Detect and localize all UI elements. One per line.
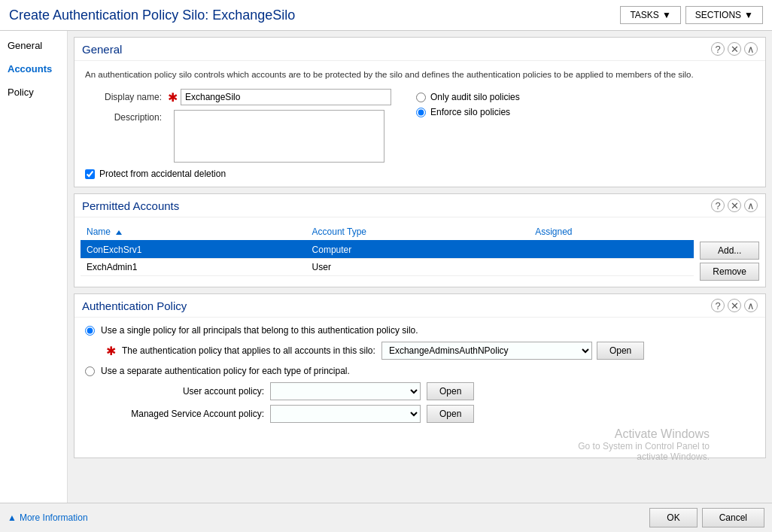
user-policy-row: User account policy: Open xyxy=(106,382,755,400)
sort-arrow-name xyxy=(116,230,122,235)
auth-policy-dropdown-row: ✱ The authentication policy that applies… xyxy=(106,342,755,360)
separate-policy-row: Use a separate authentication policy for… xyxy=(85,366,755,376)
row-name: ConExchSrv1 xyxy=(81,241,306,259)
policy-radio-group: Only audit silo policies Enforce silo po… xyxy=(416,92,755,117)
general-close-button[interactable]: ✕ xyxy=(728,42,741,56)
single-policy-label: Use a single policy for all principals t… xyxy=(101,325,418,336)
bottom-buttons: OK Cancel xyxy=(649,508,764,527)
display-name-label: Display name: xyxy=(85,92,168,102)
sidebar-item-accounts[interactable]: Accounts xyxy=(0,57,67,81)
sidebar-item-policy[interactable]: Policy xyxy=(0,81,67,104)
managed-policy-label: Managed Service Account policy: xyxy=(106,409,264,419)
description-label: Description: xyxy=(85,110,168,123)
single-policy-row: Use a single policy for all principals t… xyxy=(85,325,755,336)
radio-audit[interactable] xyxy=(416,93,426,102)
content-area[interactable]: General ? ✕ ∧ An authentication policy s… xyxy=(68,31,772,503)
radio-enforce[interactable] xyxy=(416,108,426,117)
radio-enforce-row: Enforce silo policies xyxy=(416,107,755,117)
protect-label: Protect from accidental deletion xyxy=(99,169,226,179)
table-row[interactable]: ConExchSrv1 Computer xyxy=(81,241,694,259)
general-section-controls: ? ✕ ∧ xyxy=(711,42,758,56)
general-section-title: General xyxy=(82,43,122,56)
auth-policy-header: Authentication Policy ? ✕ ∧ xyxy=(74,294,765,318)
separate-policy-label: Use a separate authentication policy for… xyxy=(101,366,350,376)
general-section: General ? ✕ ∧ An authentication policy s… xyxy=(74,37,766,187)
cancel-button[interactable]: Cancel xyxy=(702,508,764,527)
row-account-type: User xyxy=(306,259,530,276)
auth-body: Use a single policy for all principals t… xyxy=(74,318,765,458)
permitted-accounts-section: Permitted Accounts ? ✕ ∧ Name xyxy=(74,193,766,287)
sections-button[interactable]: SECTIONS ▼ xyxy=(685,6,763,24)
watermark: Activate Windows Go to System in Control… xyxy=(578,427,710,462)
accounts-help-button[interactable]: ? xyxy=(711,199,725,212)
description-input[interactable] xyxy=(174,110,384,163)
general-left-col: Display name: ✱ Description: Protect fro… xyxy=(85,89,401,179)
col-account-type[interactable]: Account Type xyxy=(306,223,530,241)
sidebar-item-general[interactable]: General xyxy=(0,34,67,57)
auth-policy-dropdown[interactable]: ExchangeAdminsAuthNPolicy xyxy=(381,342,592,360)
description-row: Description: xyxy=(85,110,401,163)
tasks-button[interactable]: TASKS ▼ xyxy=(620,6,680,24)
radio-single-policy[interactable] xyxy=(85,326,95,336)
auth-collapse-button[interactable]: ∧ xyxy=(744,299,758,312)
general-info-text: An authentication policy silo controls w… xyxy=(85,68,755,81)
sidebar: General Accounts Policy xyxy=(0,31,68,503)
sections-dropdown-icon: ▼ xyxy=(744,10,753,20)
accounts-body: Name Account Type Assigned xyxy=(74,217,765,287)
general-collapse-button[interactable]: ∧ xyxy=(744,42,758,56)
tasks-dropdown-icon: ▼ xyxy=(662,10,671,20)
protect-checkbox[interactable] xyxy=(85,169,95,179)
managed-policy-dropdown[interactable] xyxy=(270,405,421,423)
window-title: Create Authentication Policy Silo: Excha… xyxy=(9,8,295,23)
title-bar: Create Authentication Policy Silo: Excha… xyxy=(0,0,772,31)
auth-open-button[interactable]: Open xyxy=(597,342,644,360)
watermark-title: Activate Windows xyxy=(578,427,710,441)
accounts-table: Name Account Type Assigned xyxy=(81,223,694,276)
general-help-button[interactable]: ? xyxy=(711,42,725,56)
permitted-accounts-header: Permitted Accounts ? ✕ ∧ xyxy=(74,194,765,217)
auth-close-button[interactable]: ✕ xyxy=(728,299,741,312)
add-account-button[interactable]: Add... xyxy=(700,242,759,260)
more-info-link[interactable]: ▲ More Information xyxy=(8,512,88,523)
display-name-input[interactable] xyxy=(181,89,391,105)
accounts-close-button[interactable]: ✕ xyxy=(728,199,741,212)
table-row[interactable]: ExchAdmin1 User xyxy=(81,259,694,276)
user-policy-label: User account policy: xyxy=(106,386,264,397)
main-content: General Accounts Policy General ? ✕ ∧ An… xyxy=(0,31,772,503)
general-section-header: General ? ✕ ∧ xyxy=(74,38,765,61)
display-name-row: Display name: ✱ xyxy=(85,89,401,105)
row-assigned xyxy=(529,259,694,276)
auth-policy-applies-label: The authentication policy that applies t… xyxy=(122,345,375,356)
row-account-type: Computer xyxy=(306,241,530,259)
radio-audit-label: Only audit silo policies xyxy=(430,92,520,102)
required-star-display: ✱ xyxy=(168,90,178,105)
bottom-bar: ▲ More Information OK Cancel xyxy=(0,503,772,532)
more-info-icon: ▲ xyxy=(8,512,17,523)
general-section-body: An authentication policy silo controls w… xyxy=(74,61,765,187)
radio-audit-row: Only audit silo policies xyxy=(416,92,755,102)
accounts-action-buttons: Add... Remove xyxy=(700,223,759,281)
general-right-col: Only audit silo policies Enforce silo po… xyxy=(401,89,755,117)
row-assigned xyxy=(529,241,694,259)
row-name: ExchAdmin1 xyxy=(81,259,306,276)
accounts-collapse-button[interactable]: ∧ xyxy=(744,199,758,212)
user-policy-dropdown[interactable] xyxy=(270,382,421,400)
watermark-area: Activate Windows Go to System in Control… xyxy=(85,427,755,450)
radio-separate-policy[interactable] xyxy=(85,366,95,376)
remove-account-button[interactable]: Remove xyxy=(700,263,759,281)
col-name[interactable]: Name xyxy=(81,223,306,241)
auth-help-button[interactable]: ? xyxy=(711,299,725,312)
title-bar-buttons: TASKS ▼ SECTIONS ▼ xyxy=(620,6,763,24)
accounts-table-wrap: Name Account Type Assigned xyxy=(81,223,694,281)
auth-policy-section: Authentication Policy ? ✕ ∧ Use a single… xyxy=(74,293,766,458)
col-assigned[interactable]: Assigned xyxy=(529,223,694,241)
managed-policy-row: Managed Service Account policy: Open xyxy=(106,405,755,423)
auth-star: ✱ xyxy=(106,344,116,358)
auth-policy-controls: ? ✕ ∧ xyxy=(711,299,758,312)
managed-policy-open-button[interactable]: Open xyxy=(427,405,474,423)
auth-dropdown-wrap: ExchangeAdminsAuthNPolicy Open xyxy=(381,342,644,360)
user-policy-open-button[interactable]: Open xyxy=(427,382,474,400)
auth-policy-title: Authentication Policy xyxy=(82,299,187,312)
watermark-body: Go to System in Control Panel toactivate… xyxy=(578,441,710,462)
ok-button[interactable]: OK xyxy=(649,508,697,527)
